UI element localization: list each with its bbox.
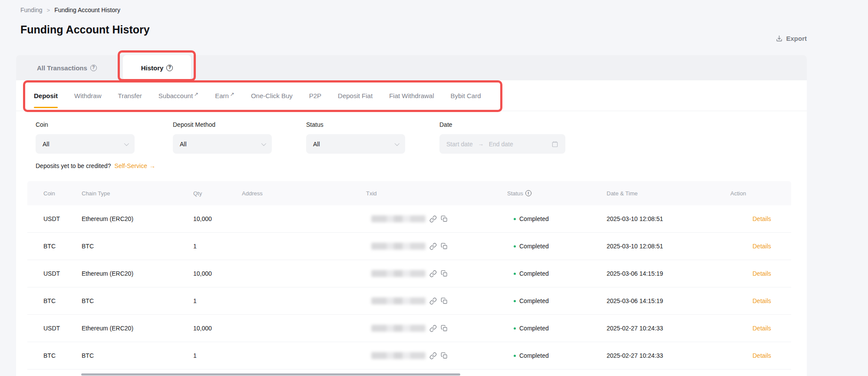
tab-history[interactable]: History ? xyxy=(123,55,191,80)
cell-chain-type: Ethereum (ERC20) xyxy=(79,215,190,222)
breadcrumb-separator-icon: > xyxy=(47,7,50,13)
details-link[interactable]: Details xyxy=(752,243,771,250)
txid-explorer-link-icon[interactable] xyxy=(429,352,437,360)
cell-action: Details xyxy=(722,325,791,332)
cell-action: Details xyxy=(722,270,791,277)
details-link[interactable]: Details xyxy=(752,215,771,222)
details-link[interactable]: Details xyxy=(752,270,771,277)
tab-history-label: History xyxy=(141,64,164,72)
help-icon[interactable]: ? xyxy=(166,65,173,71)
cell-qty: 10,000 xyxy=(190,270,240,277)
subtab-one-click-buy[interactable]: One-Click Buy xyxy=(251,80,293,111)
column-status-label: Status xyxy=(507,190,523,197)
status-dot-icon xyxy=(514,245,516,247)
cell-status: Completed xyxy=(507,325,601,332)
subtab-p2p[interactable]: P2P xyxy=(309,80,321,111)
txid-copy-icon[interactable] xyxy=(441,215,448,222)
txid-explorer-link-icon[interactable] xyxy=(429,215,437,223)
txid-copy-icon[interactable] xyxy=(441,297,448,304)
details-link[interactable]: Details xyxy=(752,352,771,359)
cell-qty: 1 xyxy=(190,297,240,304)
status-select[interactable]: All xyxy=(306,134,405,154)
cell-chain-type: BTC xyxy=(79,352,190,359)
cell-txid xyxy=(364,243,507,250)
cell-chain-type: BTC xyxy=(79,243,190,250)
page-title: Funding Account History xyxy=(20,23,150,36)
subtab-withdraw[interactable]: Withdraw xyxy=(74,80,102,111)
tab-all-transactions-label: All Transactions xyxy=(37,64,87,72)
txid-explorer-link-icon[interactable] xyxy=(429,297,437,305)
cell-date-time: 2025-03-10 12:08:51 xyxy=(601,243,722,250)
column-coin: Coin xyxy=(27,190,79,197)
cell-status: Completed xyxy=(507,352,601,359)
txid-explorer-link-icon[interactable] xyxy=(429,270,437,277)
column-qty: Qty xyxy=(190,190,240,197)
chevron-down-icon xyxy=(261,141,266,145)
cell-action: Details xyxy=(722,215,791,222)
cell-qty: 1 xyxy=(190,352,240,359)
coin-select[interactable]: All xyxy=(36,134,135,154)
status-text: Completed xyxy=(519,325,549,332)
date-range-picker[interactable]: Start date → End date xyxy=(439,134,565,154)
cell-date-time: 2025-02-27 10:24:33 xyxy=(601,352,722,359)
table-row: BTC BTC 1 Completed 2025-03-10 12:0 xyxy=(27,233,791,260)
deposit-notice-text: Deposits yet to be credited? xyxy=(36,162,111,169)
txid-copy-icon[interactable] xyxy=(441,352,448,359)
txid-redacted-value xyxy=(371,243,426,250)
status-text: Completed xyxy=(519,215,549,222)
cell-chain-type: BTC xyxy=(79,297,190,304)
subtab-label: Deposit xyxy=(34,92,58,99)
filter-coin-label: Coin xyxy=(36,121,135,128)
self-service-link[interactable]: Self-Service → xyxy=(115,162,155,169)
table-header: Coin Chain Type Qty Address Txid Status … xyxy=(27,181,791,205)
subtab-subaccount[interactable]: Subaccount ↗ xyxy=(158,80,198,111)
cell-date-time: 2025-03-10 12:08:51 xyxy=(601,215,722,222)
details-link[interactable]: Details xyxy=(752,297,771,304)
cell-txid xyxy=(364,270,507,277)
txid-copy-icon[interactable] xyxy=(441,325,448,332)
subtab-bybit-card[interactable]: Bybit Card xyxy=(451,80,481,111)
cell-coin: BTC xyxy=(27,243,79,250)
breadcrumb-funding[interactable]: Funding xyxy=(20,7,43,13)
subtab-fiat-withdrawal[interactable]: Fiat Withdrawal xyxy=(389,80,434,111)
table-row: USDT Ethereum (ERC20) 10,000 Completed xyxy=(27,260,791,287)
subtab-label: P2P xyxy=(309,92,321,99)
table-row: USDT Ethereum (ERC20) 10,000 Completed xyxy=(27,315,791,342)
txid-explorer-link-icon[interactable] xyxy=(429,325,437,332)
txid-explorer-link-icon[interactable] xyxy=(429,243,437,250)
cell-action: Details xyxy=(722,243,791,250)
subtab-label: Earn xyxy=(215,92,229,99)
subtab-earn[interactable]: Earn ↗ xyxy=(215,80,234,111)
filter-date-label: Date xyxy=(439,121,565,128)
column-action: Action xyxy=(722,190,791,197)
export-download-icon xyxy=(776,35,783,42)
details-link[interactable]: Details xyxy=(752,325,771,332)
status-dot-icon xyxy=(514,218,516,220)
tab-all-transactions[interactable]: All Transactions ? xyxy=(37,55,97,80)
export-label: Export xyxy=(786,35,807,42)
subtab-deposit-fiat[interactable]: Deposit Fiat xyxy=(338,80,373,111)
info-icon[interactable]: ! xyxy=(525,190,531,196)
cell-qty: 10,000 xyxy=(190,215,240,222)
status-text: Completed xyxy=(519,297,549,304)
txid-copy-icon[interactable] xyxy=(441,270,448,277)
end-date-placeholder: End date xyxy=(489,141,513,148)
subtab-deposit[interactable]: Deposit xyxy=(34,80,58,111)
cell-action: Details xyxy=(722,352,791,359)
subtab-transfer[interactable]: Transfer xyxy=(118,80,142,111)
txid-copy-icon[interactable] xyxy=(441,243,448,250)
column-txid: Txid xyxy=(364,190,507,197)
cell-date-time: 2025-03-06 14:15:19 xyxy=(601,270,722,277)
breadcrumb: Funding > Funding Account History xyxy=(20,7,120,13)
status-text: Completed xyxy=(519,243,549,250)
cell-txid xyxy=(364,297,507,305)
help-icon[interactable]: ? xyxy=(90,65,97,71)
date-range-arrow-icon: → xyxy=(478,141,484,147)
deposit-method-select[interactable]: All xyxy=(173,134,272,154)
export-button[interactable]: Export xyxy=(776,35,807,42)
cell-date-time: 2025-02-27 10:24:33 xyxy=(601,325,722,332)
cell-txid xyxy=(364,215,507,223)
status-text: Completed xyxy=(519,352,549,359)
horizontal-scrollbar-thumb[interactable] xyxy=(81,373,460,376)
chevron-down-icon xyxy=(124,141,129,145)
